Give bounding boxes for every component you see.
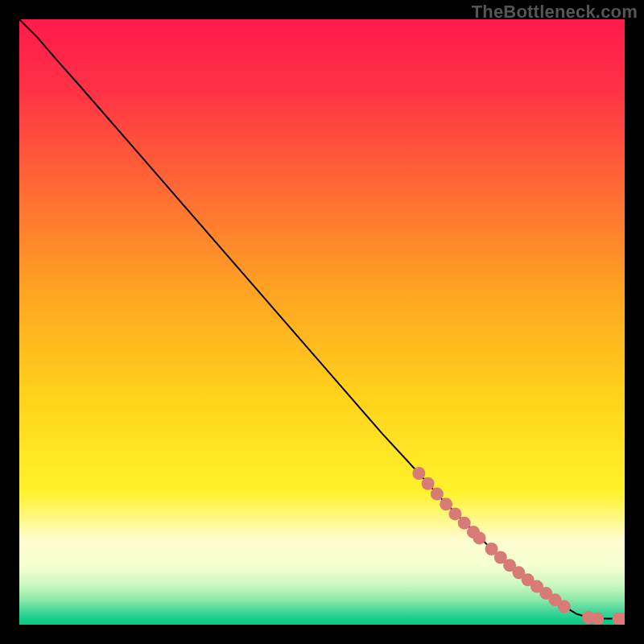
data-marker (473, 531, 486, 544)
data-marker (448, 507, 461, 520)
data-marker (431, 488, 444, 501)
chart-svg (19, 19, 625, 625)
data-marker (440, 497, 452, 510)
chart-frame: TheBottleneck.com (0, 0, 644, 644)
plot-area (19, 19, 625, 625)
data-marker (412, 467, 425, 480)
gradient-background (19, 19, 625, 625)
data-marker (458, 517, 471, 530)
data-marker (422, 477, 435, 490)
data-marker (591, 612, 604, 625)
data-marker (558, 600, 571, 613)
